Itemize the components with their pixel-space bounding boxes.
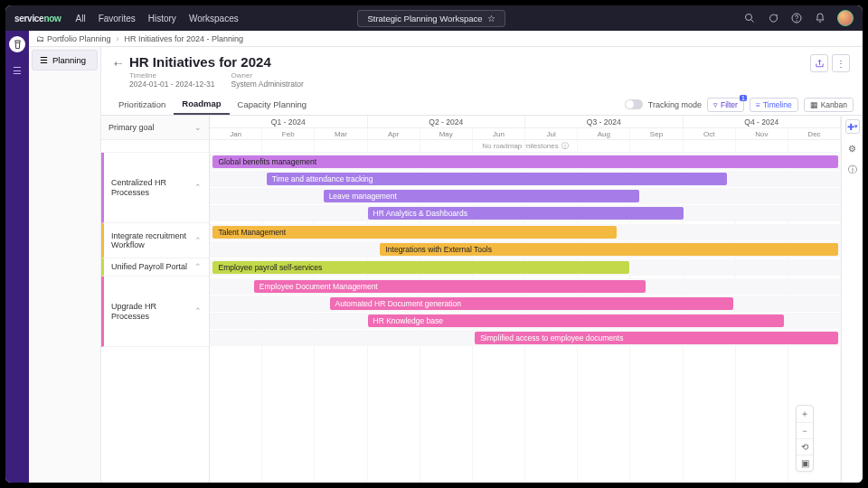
m-label: Sep (630, 128, 683, 139)
q-label: Q2 - 2024 (368, 116, 526, 127)
grouping-label: Primary goal (108, 123, 155, 132)
info-icon[interactable]: ⓘ (845, 163, 860, 177)
page-header: ⇠ HR Initiatives for 2024 Timeline2024-0… (101, 47, 863, 90)
breadcrumb: 🗂Portfolio Planning › HR Initiatives for… (29, 31, 863, 47)
goal-payroll[interactable]: Unified Payroll Portal⌃ (101, 258, 209, 277)
nav-workspaces[interactable]: Workspaces (189, 14, 239, 23)
timeline-view-button[interactable]: ≡Timeline (750, 98, 798, 112)
collapse-rail-icon[interactable]: ☰ (13, 65, 22, 77)
bar-talent-mgmt[interactable]: Talent Management (212, 226, 617, 239)
q-label: Q1 - 2024 (210, 116, 368, 127)
zoom-fit-button[interactable]: ▣ (797, 455, 813, 471)
tracking-mode-toggle[interactable] (625, 99, 643, 109)
quarter-header: Q1 - 2024 Q2 - 2024 Q3 - 2024 Q4 - 2024 (210, 116, 841, 128)
tab-roadmap[interactable]: Roadmap (174, 94, 229, 115)
timeline-icon: ≡ (756, 100, 760, 109)
m-label: Apr (368, 128, 420, 139)
tab-prioritization[interactable]: Prioritization (110, 95, 174, 114)
milestone-side-spacer (101, 140, 209, 153)
left-panel-item-planning[interactable]: ☰ Planning (32, 50, 98, 70)
app-chip-icon[interactable] (9, 36, 25, 52)
milestone-empty-text: No roadmap milestones (482, 142, 558, 150)
list-icon: ☰ (40, 55, 48, 65)
nav-all[interactable]: All (76, 14, 86, 23)
crumb-label: Portfolio Planning (47, 34, 111, 43)
info-icon[interactable]: ⓘ (561, 141, 569, 151)
goal-label: Centralized HR Processes (111, 178, 191, 197)
zoom-in-button[interactable]: ＋ (797, 406, 813, 422)
workspace-pill[interactable]: Strategic Planning Workspace ☆ (357, 10, 505, 27)
m-label: Oct (684, 128, 736, 139)
chevron-up-icon: ⌃ (194, 262, 202, 271)
nav-icon-tray (743, 10, 854, 26)
filter-button[interactable]: ▿ Filter 1 (707, 98, 744, 112)
bar-integrations[interactable]: Integrations with External Tools (380, 243, 837, 256)
m-label: Nov (736, 128, 788, 139)
meta-owner-value: System Administrator (231, 80, 304, 89)
filter-label: Filter (721, 100, 738, 109)
bar-hr-analytics[interactable]: HR Analytics & Dashboards (368, 207, 684, 220)
nav-links: All Favorites History Workspaces (76, 14, 239, 23)
roadmap-chart[interactable]: Q1 - 2024 Q2 - 2024 Q3 - 2024 Q4 - 2024 … (210, 116, 841, 483)
chevron-up-icon: ⌃ (194, 236, 202, 245)
zoom-out-button[interactable]: － (797, 422, 813, 438)
goal-label: Integrate recruitment Workflow (111, 231, 191, 250)
settings-icon[interactable]: ⚙ (845, 141, 860, 155)
bar-time-attendance[interactable]: Time and attendance tracking (267, 173, 728, 185)
m-label: Dec (788, 128, 841, 139)
goal-label: Unified Payroll Portal (111, 262, 187, 271)
add-item-button[interactable]: ✚▾ (845, 119, 860, 134)
goal-upgrade-hr[interactable]: Upgrade HR Processes⌃ (101, 277, 209, 347)
page-meta: Timeline2024-01-01 - 2024-12-31 OwnerSys… (129, 71, 304, 89)
star-icon: ☆ (487, 14, 495, 23)
chevron-up-icon: ⌃ (194, 306, 202, 315)
zoom-reset-button[interactable]: ⟲ (797, 438, 813, 455)
m-label: Jun (473, 128, 525, 139)
crumb-portfolio[interactable]: 🗂Portfolio Planning (36, 34, 111, 43)
kanban-icon: ▦ (810, 100, 818, 109)
share-button[interactable] (810, 54, 828, 72)
nav-favorites[interactable]: Favorites (99, 14, 136, 23)
goal-recruitment[interactable]: Integrate recruitment Workflow⌃ (101, 223, 209, 258)
global-nav: servicenow All Favorites History Workspa… (5, 5, 863, 31)
bar-global-benefits[interactable]: Global benefits management (212, 155, 837, 168)
bar-simplified-access[interactable]: Simplified access to employee documents (475, 332, 837, 344)
roadmap: Primary goal ⌄ Centralized HR Processes⌃… (101, 116, 863, 483)
back-icon[interactable]: ⇠ (114, 58, 122, 70)
more-button[interactable]: ⋮ (832, 54, 850, 72)
bell-icon[interactable] (814, 12, 826, 24)
kanban-view-button[interactable]: ▦Kanban (804, 98, 854, 112)
briefcase-icon: 🗂 (36, 34, 44, 43)
left-panel: ☰ Planning (29, 47, 101, 483)
chat-icon[interactable] (767, 12, 779, 24)
avatar[interactable] (837, 10, 854, 26)
m-label: Jul (525, 128, 578, 139)
goal-label: Upgrade HR Processes (111, 302, 191, 321)
goal-centralized-hr[interactable]: Centralized HR Processes⌃ (101, 153, 209, 223)
milestone-strip: No roadmap milestones ⓘ (210, 140, 841, 153)
brand-logo: servicenow (14, 14, 61, 23)
tracking-mode-label: Tracking mode (648, 100, 702, 109)
grouping-header[interactable]: Primary goal ⌄ (101, 116, 209, 140)
bar-auto-hr-doc[interactable]: Automated HR Document generation (330, 297, 734, 310)
search-icon[interactable] (743, 12, 756, 24)
crumb-sep: › (117, 34, 119, 43)
crumb-current[interactable]: HR Initiatives for 2024 - Planning (125, 34, 244, 43)
tab-capacity[interactable]: Capacity Planning (230, 95, 316, 114)
m-label: Jan (210, 128, 262, 139)
svg-point-0 (745, 14, 751, 21)
meta-owner-label: Owner (231, 71, 304, 80)
month-header: Jan Feb Mar Apr May Jun Jul Aug Sep Oct (210, 128, 841, 140)
m-label: Mar (315, 128, 367, 139)
bar-hr-knowledge[interactable]: HR Knowledge base (368, 314, 785, 327)
help-icon[interactable] (790, 12, 803, 24)
bar-emp-doc-mgmt[interactable]: Employee Document Management (254, 280, 646, 293)
tab-bar: Prioritization Roadmap Capacity Planning… (101, 94, 863, 116)
filter-icon: ▿ (713, 100, 718, 109)
kanban-view-label: Kanban (821, 100, 847, 109)
header-actions: ⋮ (810, 54, 850, 72)
bar-payroll-self[interactable]: Employee payroll self-services (212, 261, 629, 274)
bar-leave-mgmt[interactable]: Leave management (324, 190, 639, 202)
meta-timeline-value: 2024-01-01 - 2024-12-31 (129, 80, 215, 89)
nav-history[interactable]: History (148, 14, 176, 23)
